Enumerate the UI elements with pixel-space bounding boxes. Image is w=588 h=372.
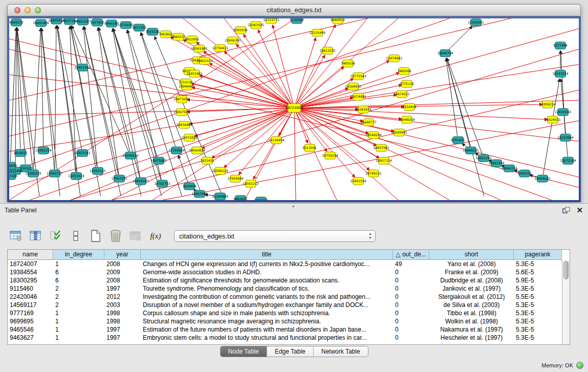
close-panel-icon[interactable]: ✕ bbox=[576, 207, 583, 214]
table-cell[interactable]: 1997 bbox=[104, 334, 141, 342]
table-cell[interactable]: 9465546 bbox=[8, 325, 53, 334]
yellow-node[interactable]: 18724007 bbox=[285, 104, 303, 113]
teal-node[interactable]: 17957255 bbox=[111, 175, 127, 182]
table-cell[interactable]: 9463627 bbox=[8, 334, 53, 342]
table-cell[interactable]: Genome-wide association studies in ADHD. bbox=[141, 268, 393, 276]
red-edge[interactable] bbox=[203, 51, 291, 105]
teal-node[interactable]: 8130364 bbox=[290, 18, 304, 24]
yellow-node[interactable]: 9660123 bbox=[171, 33, 186, 40]
show-columns-icon[interactable] bbox=[28, 228, 43, 244]
teal-node[interactable]: 10653287 bbox=[75, 18, 91, 25]
teal-node[interactable]: 16143214 bbox=[552, 70, 569, 77]
column-header-title[interactable]: title bbox=[141, 250, 393, 260]
black-edge[interactable] bbox=[16, 28, 20, 149]
table-cell[interactable]: 22420046 bbox=[8, 293, 53, 301]
rows-icon[interactable] bbox=[68, 228, 83, 244]
table-cell[interactable]: 0 bbox=[393, 276, 429, 285]
yellow-node[interactable]: 7485093 bbox=[397, 68, 411, 75]
delete-column-icon[interactable] bbox=[108, 228, 123, 244]
table-cell[interactable]: 5.5E-5 bbox=[514, 293, 562, 301]
column-header-name[interactable]: name bbox=[8, 250, 53, 260]
tab-node-table[interactable]: Node Table bbox=[220, 346, 267, 357]
yellow-node[interactable]: 6640910 bbox=[331, 18, 345, 24]
table-cell[interactable]: 5.6E-5 bbox=[514, 268, 562, 276]
table-cell[interactable]: 1997 bbox=[104, 285, 141, 293]
table-cell[interactable]: de Silva et al. (2003) bbox=[429, 301, 514, 309]
black-edge[interactable] bbox=[561, 51, 565, 134]
table-cell[interactable]: 9115460 bbox=[8, 285, 53, 293]
table-cell[interactable]: 9699695 bbox=[8, 317, 53, 325]
yellow-node[interactable]: 15134454 bbox=[268, 137, 285, 144]
red-edge[interactable] bbox=[258, 30, 292, 104]
table-cell[interactable]: 5.3E-5 bbox=[514, 301, 562, 309]
yellow-node[interactable]: 7463822 bbox=[159, 31, 173, 38]
teal-node[interactable]: 21243889 bbox=[212, 193, 228, 200]
column-header-pagerank[interactable]: pagerank bbox=[514, 250, 562, 260]
yellow-node[interactable]: 16024551 bbox=[545, 116, 561, 123]
table-cell[interactable]: 18300295 bbox=[8, 276, 53, 285]
table-cell[interactable]: Changes of HCN gene expression and I(f) … bbox=[141, 260, 393, 268]
table-cell[interactable]: 1 bbox=[53, 325, 104, 334]
black-edge[interactable] bbox=[141, 32, 203, 196]
yellow-node[interactable]: 12974943 bbox=[386, 55, 402, 62]
table-cell[interactable]: Structural magnetic resonance image aver… bbox=[141, 317, 393, 325]
column-header-in_degree[interactable]: in_degree bbox=[53, 250, 104, 260]
teal-node[interactable]: 20691406 bbox=[33, 19, 49, 27]
black-edge[interactable] bbox=[448, 26, 472, 50]
teal-node[interactable]: 2616021 bbox=[13, 149, 28, 157]
column-header-out_de[interactable]: △ out_de... bbox=[393, 250, 429, 260]
network-canvas[interactable]: 9495572206914061695591420937194106532871… bbox=[9, 18, 579, 200]
teal-node[interactable]: 11451514 bbox=[68, 172, 84, 180]
table-cell[interactable]: 2 bbox=[53, 301, 104, 309]
table-cell[interactable]: 9777169 bbox=[8, 309, 53, 317]
teal-node[interactable]: 9495572 bbox=[9, 19, 24, 26]
table-row[interactable]: 946554611997Estimation of the future num… bbox=[8, 325, 562, 334]
table-cell[interactable]: 1998 bbox=[104, 309, 141, 317]
table-row[interactable]: 1938455462009Genome-wide association stu… bbox=[8, 268, 562, 276]
teal-node[interactable]: 16782753 bbox=[154, 180, 170, 187]
yellow-node[interactable]: 18756214 bbox=[322, 152, 338, 159]
red-edge[interactable] bbox=[199, 75, 290, 106]
table-cell[interactable]: 1997 bbox=[104, 325, 141, 334]
red-edge[interactable] bbox=[212, 110, 291, 158]
table-cell[interactable]: Corpus callosum shape and size in male p… bbox=[141, 309, 393, 317]
yellow-node[interactable]: 18164832 bbox=[345, 83, 361, 90]
table-cell[interactable]: 0 bbox=[393, 268, 429, 276]
table-cell[interactable]: 5.3E-5 bbox=[514, 317, 562, 325]
table-row[interactable]: 1872400712008Changes of HCN gene express… bbox=[8, 260, 562, 268]
yellow-node[interactable]: 16749211 bbox=[365, 170, 382, 177]
table-vertical-scrollbar[interactable] bbox=[562, 260, 570, 344]
yellow-node[interactable]: 15481554 bbox=[350, 178, 366, 185]
red-edge[interactable] bbox=[294, 108, 579, 141]
column-header-short[interactable]: short bbox=[429, 250, 514, 260]
teal-node[interactable]: 9277444 bbox=[553, 42, 568, 49]
table-cell[interactable]: 2008 bbox=[104, 260, 141, 268]
teal-node[interactable]: 6466160 bbox=[104, 20, 119, 27]
table-cell[interactable]: 2003 bbox=[104, 301, 141, 309]
table-cell[interactable]: 5.3E-5 bbox=[514, 325, 562, 334]
black-edge[interactable] bbox=[17, 28, 26, 164]
black-edge[interactable] bbox=[17, 28, 33, 169]
black-edge[interactable] bbox=[10, 28, 16, 162]
teal-node[interactable]: 12505115 bbox=[90, 167, 106, 174]
yellow-node[interactable]: 16948214 bbox=[399, 116, 415, 123]
red-edge[interactable] bbox=[71, 49, 579, 200]
table-cell[interactable]: 1 bbox=[53, 260, 104, 268]
teal-node[interactable]: 16648794 bbox=[437, 50, 453, 57]
tab-network-table[interactable]: Network Table bbox=[314, 346, 368, 357]
yellow-node[interactable]: 18549204 bbox=[365, 132, 382, 139]
table-row[interactable]: 946362711997Embryonic stem cells: a mode… bbox=[8, 334, 562, 342]
teal-node[interactable]: 20953346 bbox=[74, 64, 91, 71]
table-cell[interactable]: Disruption of a novel member of a sodium… bbox=[141, 301, 393, 309]
table-cell[interactable]: 5.3E-5 bbox=[514, 334, 562, 342]
black-edge[interactable] bbox=[543, 79, 559, 174]
yellow-node[interactable]: 9513041 bbox=[302, 144, 317, 151]
table-row[interactable]: 977716911998Corpus callosum shape and si… bbox=[8, 309, 562, 317]
yellow-node[interactable]: 18561213 bbox=[243, 180, 259, 187]
table-cell[interactable]: 0 bbox=[393, 293, 429, 301]
create-column-icon[interactable] bbox=[88, 228, 103, 244]
table-cell[interactable]: Hescheler et al. (1997) bbox=[429, 334, 514, 342]
table-cell[interactable]: Tibbo et al. (1998) bbox=[429, 309, 514, 317]
yellow-node[interactable]: 8393939 bbox=[233, 27, 248, 34]
yellow-node[interactable]: 12125449 bbox=[309, 29, 325, 36]
